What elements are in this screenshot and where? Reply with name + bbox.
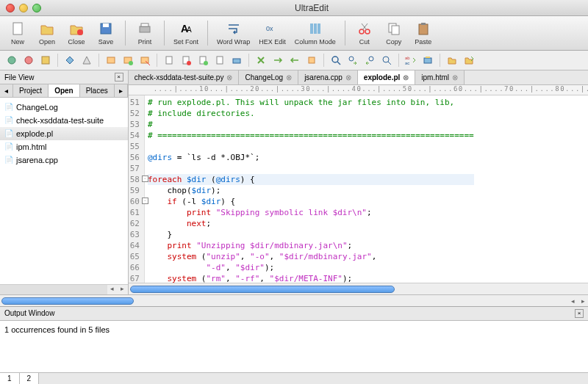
setfont-icon: AA xyxy=(178,21,194,37)
replace-icon[interactable]: abac xyxy=(404,53,418,68)
find-next-icon[interactable] xyxy=(345,53,360,68)
svg-rect-39 xyxy=(424,58,431,63)
tab-close-icon[interactable]: ⊗ xyxy=(345,73,351,81)
fv-tab-right[interactable]: ▸ xyxy=(115,84,128,97)
save-button[interactable]: Save xyxy=(93,19,119,47)
output-tabs: 12 xyxy=(0,372,588,384)
file-item[interactable]: explode.pl xyxy=(0,127,128,140)
svg-rect-17 xyxy=(421,23,426,25)
tool-icon[interactable] xyxy=(79,53,94,68)
tool-icon[interactable] xyxy=(4,53,19,68)
main-toolbar: NewOpenCloseSavePrintAASet FontWord Wrap… xyxy=(0,16,588,51)
svg-rect-40 xyxy=(426,57,430,58)
file-view-header: File View × xyxy=(0,70,128,84)
editor-tab[interactable]: check-xsddata-test-suite.py⊗ xyxy=(129,70,240,84)
tool-icon[interactable] xyxy=(62,53,77,68)
close-panel-button[interactable]: × xyxy=(115,73,123,81)
svg-point-19 xyxy=(25,57,32,64)
tool-icon[interactable] xyxy=(212,53,227,68)
svg-point-33 xyxy=(332,57,338,62)
minimize-window-button[interactable] xyxy=(19,4,28,12)
tab-close-icon[interactable]: ⊗ xyxy=(286,73,292,81)
file-item[interactable]: jsarena.cpp xyxy=(0,153,128,167)
setfont-button[interactable]: AASet Font xyxy=(171,19,201,47)
output-panel: Output Window × 1 occurrences found in 5… xyxy=(0,306,588,384)
file-item[interactable]: ipm.html xyxy=(0,140,128,153)
tool-icon[interactable] xyxy=(304,53,319,68)
hexedit-button[interactable]: 0xHEX Edit xyxy=(256,19,289,47)
tool-icon[interactable] xyxy=(196,53,210,68)
copy-button[interactable]: Copy xyxy=(381,19,407,47)
tool-icon[interactable] xyxy=(420,53,435,68)
svg-text:0x: 0x xyxy=(266,25,273,32)
tool-icon[interactable] xyxy=(137,53,152,68)
fv-tab-project[interactable]: Project xyxy=(13,84,49,97)
file-view-hscroll[interactable]: ◂▸ xyxy=(0,284,128,294)
output-tab[interactable]: 1 xyxy=(0,373,20,384)
output-tab[interactable]: 2 xyxy=(20,373,40,384)
find-icon[interactable] xyxy=(329,53,343,68)
fv-tab-places[interactable]: Places xyxy=(80,84,115,97)
tool-icon[interactable] xyxy=(379,53,394,68)
code-editor[interactable]: 5152535455565758-5960-616263646566676869… xyxy=(129,95,588,283)
tab-label: ChangeLog xyxy=(245,73,283,81)
fold-toggle[interactable]: - xyxy=(142,175,148,182)
tool-icon[interactable] xyxy=(287,53,302,68)
paste-button[interactable]: Paste xyxy=(410,19,437,47)
svg-text:A: A xyxy=(187,26,192,34)
editor-tab[interactable]: jsarena.cpp⊗ xyxy=(298,70,358,84)
svg-rect-21 xyxy=(107,57,115,63)
wordwrap-button[interactable]: Word Wrap xyxy=(214,19,253,47)
close-output-button[interactable]: × xyxy=(575,309,584,318)
tab-close-icon[interactable]: ⊗ xyxy=(452,73,458,81)
tool-icon[interactable] xyxy=(38,53,53,68)
tool-icon[interactable] xyxy=(162,53,176,68)
editor-tab[interactable]: explode.pl⊗ xyxy=(358,70,415,84)
svg-point-13 xyxy=(365,29,370,34)
fold-toggle[interactable]: - xyxy=(142,198,148,204)
svg-rect-25 xyxy=(166,57,172,64)
tool-icon[interactable] xyxy=(270,53,285,68)
open-button[interactable]: Open xyxy=(34,19,60,47)
zoom-window-button[interactable] xyxy=(32,4,41,12)
svg-rect-9 xyxy=(310,23,313,34)
paste-icon xyxy=(415,21,431,37)
file-item[interactable]: check-xsddata-test-suite xyxy=(0,114,128,127)
folder-icon[interactable] xyxy=(445,53,459,68)
find-prev-icon[interactable] xyxy=(362,53,377,68)
secondary-toolbar: abac xyxy=(0,51,588,70)
close-window-button[interactable] xyxy=(6,4,15,12)
line-gutter: 5152535455565758-5960-616263646566676869… xyxy=(129,95,145,283)
close-button[interactable]: Close xyxy=(63,19,90,47)
editor-tab[interactable]: ipm.html⊗ xyxy=(415,70,465,84)
editor-tab[interactable]: ChangeLog⊗ xyxy=(239,70,298,84)
tool-icon[interactable] xyxy=(229,53,244,68)
tool-icon[interactable] xyxy=(179,53,193,68)
file-item[interactable]: ChangeLog xyxy=(0,101,128,114)
tool-icon[interactable] xyxy=(21,53,36,68)
svg-rect-20 xyxy=(42,57,49,64)
svg-point-18 xyxy=(8,57,15,64)
fv-tab-left[interactable]: ◂ xyxy=(0,84,13,97)
file-view-bottom-hscroll[interactable]: ◂▸ xyxy=(0,294,588,306)
toolbar-label: Copy xyxy=(386,38,401,46)
tool-icon[interactable] xyxy=(104,53,118,68)
svg-point-35 xyxy=(369,57,373,61)
new-button[interactable]: New xyxy=(4,19,31,47)
toolbar-label: Save xyxy=(98,38,114,46)
editor-hscroll[interactable]: ◂▸ xyxy=(129,283,588,294)
source-text[interactable]: # run explode.pl. This will unpack the j… xyxy=(145,95,477,283)
svg-rect-16 xyxy=(419,24,428,35)
tool-icon[interactable] xyxy=(121,53,135,68)
output-text: 1 occurrences found in 5 files xyxy=(0,321,588,372)
print-button[interactable]: Print xyxy=(132,19,158,47)
tool-icon[interactable] xyxy=(254,53,268,68)
fv-tab-open[interactable]: Open xyxy=(49,84,80,97)
tab-close-icon[interactable]: ⊗ xyxy=(403,73,409,81)
folder-icon[interactable] xyxy=(462,53,476,68)
colmode-button[interactable]: Column Mode xyxy=(292,19,339,47)
svg-rect-11 xyxy=(318,23,320,34)
tab-close-icon[interactable]: ⊗ xyxy=(226,73,232,81)
tab-label: ipm.html xyxy=(421,73,449,81)
cut-button[interactable]: Cut xyxy=(351,19,378,47)
